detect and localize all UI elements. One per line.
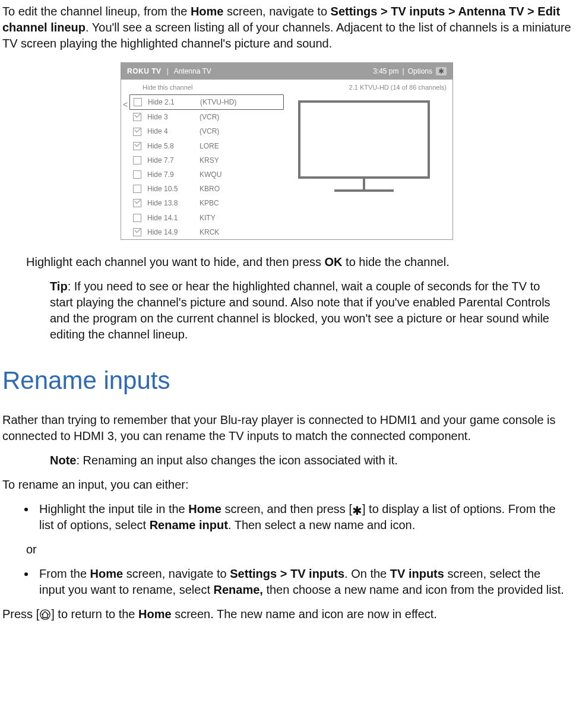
channel-row[interactable]: Hide 13.8KPBC	[129, 196, 284, 210]
hide-label: Hide 7.7	[147, 156, 194, 165]
svg-rect-0	[299, 102, 429, 178]
hide-checkbox[interactable]	[133, 113, 141, 121]
hide-checkbox[interactable]	[133, 228, 141, 236]
either-line: To rename an input, you can either:	[2, 477, 571, 493]
hide-checkbox[interactable]	[133, 214, 141, 222]
channel-row[interactable]: Hide 4(VCR)	[129, 124, 284, 138]
tv-preview-icon	[296, 98, 432, 199]
figure-header: ROKU TV | Antenna TV 3:45 pm | Options ✱	[121, 63, 452, 80]
intro-paragraph: To edit the channel lineup, from the Hom…	[2, 4, 571, 52]
channel-row[interactable]: Hide 7.9KWQU	[129, 167, 284, 182]
hide-checkbox[interactable]	[133, 170, 141, 179]
hide-label: Hide 2.1	[148, 97, 194, 107]
channel-row[interactable]: Hide 14.1KITY	[129, 211, 284, 225]
tip-paragraph: Tip: If you need to see or hear the high…	[50, 278, 565, 343]
channel-name: KBRO	[200, 184, 220, 194]
hide-checkbox[interactable]	[133, 185, 141, 193]
channel-row[interactable]: Hide 10.5KBRO	[129, 182, 284, 196]
channel-name: (VCR)	[200, 112, 219, 122]
or-separator: or	[26, 542, 571, 558]
hide-channel-label: Hide this channel	[143, 83, 192, 92]
channel-name: KRCK	[200, 227, 219, 237]
highlight-instruction: Highlight each channel you want to hide,…	[26, 254, 571, 270]
current-channel-label: 2.1 KTVU-HD (14 of 86 channels)	[349, 83, 447, 92]
hide-checkbox[interactable]	[133, 199, 141, 207]
hide-checkbox[interactable]	[133, 128, 141, 136]
figure-subheader: Hide this channel 2.1 KTVU-HD (14 of 86 …	[121, 80, 452, 94]
hide-label: Hide 13.8	[147, 198, 194, 208]
hide-checkbox[interactable]	[133, 142, 141, 150]
channel-row[interactable]: Hide 14.9KRCK	[129, 225, 284, 239]
hide-label: Hide 14.1	[147, 213, 194, 223]
screenshot-figure: ROKU TV | Antenna TV 3:45 pm | Options ✱…	[2, 62, 571, 240]
hide-checkbox[interactable]	[133, 156, 141, 164]
breadcrumb: Antenna TV	[174, 67, 211, 75]
press-home-line: Press [] to return to the Home screen. T…	[2, 606, 571, 622]
time-label: 3:45 pm	[373, 67, 398, 76]
channel-list: Hide 2.1(KTVU-HD)Hide 3(VCR)Hide 4(VCR)H…	[129, 94, 284, 239]
channel-name: KPBC	[200, 198, 219, 208]
hide-label: Hide 10.5	[147, 184, 194, 194]
brand-label: ROKU TV	[127, 67, 162, 75]
channel-row[interactable]: Hide 5.8LORE	[129, 139, 284, 153]
channel-name: KITY	[200, 213, 216, 223]
channel-name: LORE	[200, 141, 219, 151]
hide-label: Hide 5.8	[147, 141, 194, 151]
channel-name: (VCR)	[200, 126, 219, 136]
channel-name: (KTVU-HD)	[200, 97, 236, 107]
options-star-icon: ✱	[436, 67, 447, 75]
channel-row[interactable]: Hide 3(VCR)	[129, 110, 284, 124]
options-label: Options	[408, 67, 432, 76]
hide-label: Hide 14.9	[147, 227, 194, 237]
chevron-left-icon: <	[121, 94, 129, 110]
note-paragraph: Note: Renaming an input also changes the…	[50, 452, 565, 469]
channel-name: KWQU	[200, 170, 221, 179]
hide-checkbox[interactable]	[134, 98, 142, 106]
bullet-option-2: From the Home screen, navigate to Settin…	[36, 566, 565, 598]
channel-name: KRSY	[200, 156, 219, 165]
star-icon: ✱	[352, 505, 362, 517]
rename-intro: Rather than trying to remember that your…	[2, 412, 571, 444]
channel-row[interactable]: Hide 2.1(KTVU-HD)	[129, 94, 284, 110]
channel-row[interactable]: Hide 7.7KRSY	[129, 153, 284, 167]
hide-label: Hide 7.9	[147, 170, 194, 179]
bullet-option-1: Highlight the input tile in the Home scr…	[36, 501, 565, 533]
section-heading-rename: Rename inputs	[2, 364, 571, 398]
home-icon	[39, 609, 51, 622]
hide-label: Hide 4	[147, 126, 194, 136]
hide-label: Hide 3	[147, 112, 194, 122]
